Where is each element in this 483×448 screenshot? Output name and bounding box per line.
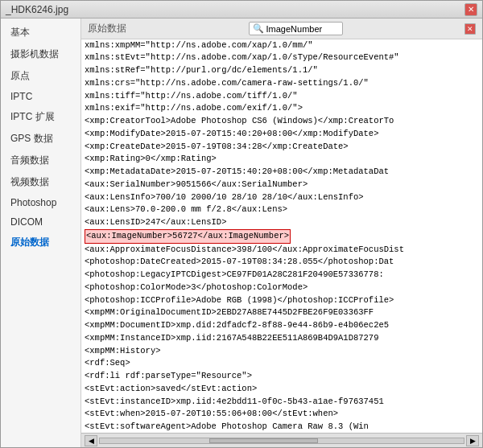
right-panel: 原始数据 🔍 ✕ xmlns:aux="http://ns.adobe.com/… <box>81 18 482 447</box>
sidebar-item-video[interactable]: 视频数据 <box>1 171 80 193</box>
main-content: 基本摄影机数据原点IPTCIPTC 扩展GPS 数据音频数据视频数据Photos… <box>1 18 482 447</box>
xml-line-10: <xmp:CreateDate>2015-07-19T08:34:28</xmp… <box>85 141 479 154</box>
sidebar-item-camera[interactable]: 摄影机数据 <box>1 43 80 65</box>
xml-line-15: <aux:Lens>70.0-200.0 mm f/2.8</aux:Lens> <box>85 203 479 216</box>
scroll-right-button[interactable]: ▶ <box>466 435 479 446</box>
xml-line-25: <xmpMM:InstanceID>xmp.iid:2167A548B22EE5… <box>85 332 479 345</box>
sidebar-item-basic[interactable]: 基本 <box>1 22 80 43</box>
xml-line-17: <aux:ImageNumber>56727</aux:ImageNumber> <box>85 229 479 244</box>
xml-line-29: <stEvt:action>saved</stEvt:action> <box>85 383 479 396</box>
scroll-left-button[interactable]: ◀ <box>85 435 97 446</box>
xml-line-18: <aux:ApproximateFocusDistance>398/100</a… <box>85 244 479 257</box>
xml-line-7: xmlns:exif="http://ns.adobe.com/exif/1.0… <box>85 102 479 115</box>
sidebar-item-gps[interactable]: GPS 数据 <box>1 128 80 150</box>
panel-close-button[interactable]: ✕ <box>464 23 476 35</box>
xml-line-26: <xmpMM:History> <box>85 345 479 358</box>
xml-line-2: xmlns:xmpMM="http://ns.adobe.com/xap/1.0… <box>85 39 479 51</box>
xml-content-area[interactable]: xmlns:aux="http://ns.adobe.com/exif/1.0/… <box>81 39 482 433</box>
panel-title: 原始数据 <box>88 22 126 35</box>
title-bar: _HDK6246.jpg ✕ <box>1 1 482 18</box>
sidebar-item-audio[interactable]: 音频数据 <box>1 150 80 171</box>
xml-line-9: <xmp:ModifyDate>2015-07-20T15:40:20+08:0… <box>85 128 479 141</box>
xml-line-23: <xmpMM:OriginalDocumentID>2EBD27A88E7445… <box>85 306 479 319</box>
xml-line-28: <rdf:li rdf:parseType="Resource"> <box>85 370 479 383</box>
search-bar: 🔍 <box>249 22 343 35</box>
scroll-track[interactable] <box>99 438 464 444</box>
sidebar-item-photoshop[interactable]: Photoshop <box>1 193 80 212</box>
xml-line-13: <aux:SerialNumber>9051566</aux:SerialNum… <box>85 179 479 191</box>
xml-highlighted-line: <aux:ImageNumber>56727</aux:ImageNumber> <box>85 229 291 244</box>
xml-line-11: <xmp:Rating>0</xmp:Rating> <box>85 153 479 166</box>
xml-line-3: xmlns:stEvt="http://ns.adobe.com/xap/1.0… <box>85 51 479 64</box>
xml-line-32: <stEvt:softwareAgent>Adobe Photoshop Cam… <box>85 421 479 433</box>
main-window: _HDK6246.jpg ✕ 基本摄影机数据原点IPTCIPTC 扩展GPS 数… <box>0 0 483 448</box>
sidebar-item-iptcext[interactable]: IPTC 扩展 <box>1 106 80 128</box>
xml-line-16: <aux:LensID>247</aux:LensID> <box>85 216 479 229</box>
panel-header: 原始数据 🔍 ✕ <box>81 18 482 39</box>
sidebar: 基本摄影机数据原点IPTCIPTC 扩展GPS 数据音频数据视频数据Photos… <box>1 18 81 447</box>
scroll-thumb[interactable] <box>209 438 319 443</box>
sidebar-item-dicom[interactable]: DICOM <box>1 212 80 232</box>
sidebar-item-origin[interactable]: 原点 <box>1 65 80 87</box>
xml-line-12: <xmp:MetadataDate>2015-07-20T15:40:20+08… <box>85 166 479 179</box>
xml-line-4: xmlns:stRef="http://purl.org/dc/elements… <box>85 64 479 77</box>
xml-line-22: <photoshop:ICCProfile>Adobe RGB (1998)</… <box>85 294 479 307</box>
xml-line-5: xmlns:crs="http://ns.adobe.com/camera-ra… <box>85 77 479 90</box>
xml-line-30: <stEvt:instanceID>xmp.iid:4e2bdd11-0f0c-… <box>85 396 479 409</box>
search-icon: 🔍 <box>253 23 264 34</box>
xml-line-19: <photoshop:DateCreated>2015-07-19T08:34:… <box>85 256 479 269</box>
xml-line-24: <xmpMM:DocumentID>xmp.did:2dfadcf2-8f88-… <box>85 319 479 332</box>
search-input[interactable] <box>266 24 339 34</box>
xml-line-27: <rdf:Seq> <box>85 357 479 370</box>
xml-line-31: <stEvt:when>2015-07-20T10:55:06+08:00</s… <box>85 408 479 421</box>
xml-line-8: <xmp:CreatorTool>Adobe Photoshop CS6 (Wi… <box>85 115 479 128</box>
window-title: _HDK6246.jpg <box>6 4 464 15</box>
sidebar-item-raw[interactable]: 原始数据 <box>1 232 80 253</box>
xml-line-6: xmlns:tiff="http://ns.adobe.com/tiff/1.0… <box>85 90 479 103</box>
window-close-button[interactable]: ✕ <box>464 3 477 16</box>
bottom-bar: ◀ ▶ <box>81 433 482 447</box>
xml-line-20: <photoshop:LegacyIPTCDigest>CE97FD01A28C… <box>85 269 479 282</box>
xml-line-14: <aux:LensInfo>700/10 2000/10 28/10 28/10… <box>85 191 479 204</box>
xml-line-21: <photoshop:ColorMode>3</photoshop:ColorM… <box>85 282 479 294</box>
sidebar-item-iptc[interactable]: IPTC <box>1 87 80 106</box>
